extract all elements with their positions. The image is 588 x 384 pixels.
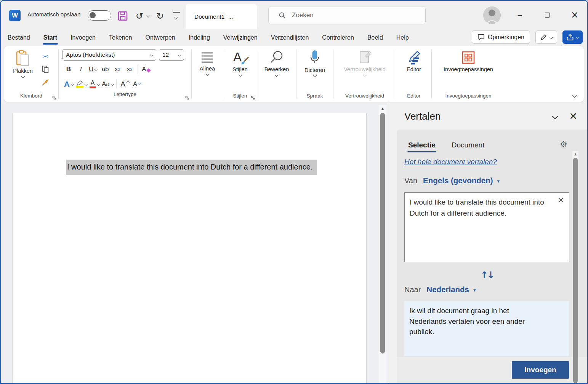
editor-group-label: Editor <box>396 92 431 102</box>
text-effects-button[interactable]: A <box>62 78 75 90</box>
scroll-up-icon[interactable]: ▲ <box>379 105 386 110</box>
save-button[interactable] <box>117 10 129 22</box>
tab-document-panel[interactable]: Document <box>452 141 485 152</box>
result-text-box: Ik wil dit document graag in het Nederla… <box>404 301 569 356</box>
copy-button[interactable] <box>38 64 53 75</box>
panel-collapse-chevron-icon[interactable] <box>552 114 558 120</box>
highlight-button[interactable] <box>75 78 88 90</box>
tab-selectie[interactable]: Selectie <box>408 141 436 152</box>
shrink-font-glyph: A <box>133 81 137 88</box>
word-logo-icon[interactable]: W <box>9 10 21 21</box>
from-language-dropdown-icon[interactable]: ▾ <box>497 177 500 184</box>
underline-glyph: U <box>89 66 93 73</box>
from-language-dropdown[interactable]: Engels (gevonden) <box>423 176 493 185</box>
document-scrollbar-thumb[interactable] <box>380 113 385 354</box>
search-input[interactable] <box>292 11 406 19</box>
maximize-button[interactable] <box>538 7 556 23</box>
subscript-button[interactable]: x2 <box>111 64 123 75</box>
search-box[interactable] <box>268 6 426 24</box>
paragraph-lines-icon <box>201 50 214 64</box>
dictate-button[interactable]: Dicteren <box>301 48 328 78</box>
styles-button[interactable]: A Stijlen <box>229 48 251 78</box>
stijlen-dialog-launcher-icon[interactable] <box>251 96 255 100</box>
tab-verwijzingen[interactable]: Verwijzingen <box>222 29 259 46</box>
to-language-dropdown[interactable]: Nederlands <box>426 285 469 294</box>
tab-invoegen[interactable]: Invoegen <box>69 29 97 46</box>
paste-button[interactable]: Plakken <box>10 48 36 79</box>
tab-controleren[interactable]: Controleren <box>320 29 356 46</box>
customize-chevron-icon <box>174 16 178 20</box>
underline-button[interactable]: U <box>87 64 99 75</box>
shrink-font-button[interactable]: A <box>131 78 143 90</box>
superscript-button[interactable]: x2 <box>123 64 136 75</box>
to-label: Naar <box>404 285 421 294</box>
paragraph-button[interactable]: Alinea <box>197 48 218 77</box>
change-case-button[interactable]: Aa <box>101 78 114 90</box>
tab-bestand[interactable]: Bestand <box>6 29 32 46</box>
toggle-knob <box>90 12 96 18</box>
undo-dropdown-icon[interactable] <box>146 14 150 18</box>
panel-scrollbar[interactable]: ▲ <box>572 151 578 384</box>
to-language-dropdown-icon[interactable]: ▾ <box>473 286 476 293</box>
italic-button[interactable]: I <box>75 64 87 75</box>
customize-bar-icon <box>173 12 180 13</box>
group-bewerken: Bewerken <box>257 46 296 102</box>
tab-verzendlijsten[interactable]: Verzendlijsten <box>269 29 311 46</box>
tab-beeld[interactable]: Beeld <box>366 29 385 46</box>
customize-toolbar-button[interactable] <box>173 12 180 21</box>
insert-button[interactable]: Invoegen <box>512 361 569 379</box>
search-icon <box>279 12 286 19</box>
comments-button[interactable]: Opmerkingen <box>472 30 530 44</box>
tab-indeling[interactable]: Indeling <box>187 29 211 46</box>
translate-panel: Vertalen × Selectie Document ⚙ Het hele … <box>388 103 587 384</box>
document-tab[interactable]: Document1 -... <box>186 4 257 29</box>
panel-scrollbar-thumb[interactable] <box>573 158 578 383</box>
lettertype-dialog-launcher-icon[interactable] <box>185 96 189 100</box>
share-icon <box>566 34 574 41</box>
grow-font-glyph: A <box>120 80 125 88</box>
collapse-ribbon-chevron-icon[interactable] <box>572 93 577 98</box>
cut-button[interactable]: ✂ <box>38 51 53 62</box>
clear-source-icon[interactable]: × <box>558 195 564 205</box>
avatar[interactable] <box>483 6 501 24</box>
editing-mode-button[interactable] <box>535 30 557 44</box>
panel-scroll-up-icon[interactable]: ▲ <box>572 151 578 156</box>
tab-help[interactable]: Help <box>395 29 410 46</box>
format-painter-button[interactable] <box>38 77 53 88</box>
swap-languages-button[interactable]: ↑↓ <box>404 270 569 280</box>
gear-icon[interactable]: ⚙ <box>560 139 567 149</box>
tab-ontwerpen[interactable]: Ontwerpen <box>144 29 177 46</box>
addins-button[interactable]: Invoegtoepassingen <box>441 48 496 74</box>
format-painter-icon <box>42 78 49 86</box>
save-icon <box>118 11 128 21</box>
eraser-icon <box>146 68 151 72</box>
font-size-select[interactable]: 12 <box>159 49 184 61</box>
editor-button[interactable]: Editor <box>403 48 425 74</box>
translate-whole-document-link[interactable]: Het hele document vertalen? <box>404 158 497 166</box>
clear-formatting-button[interactable]: A <box>140 64 152 75</box>
share-button[interactable] <box>562 30 583 44</box>
document-page[interactable]: I would like to translate this document … <box>12 113 367 384</box>
title-bar: W Automatisch opslaan ↺ ↻ Document1 -... <box>1 1 587 29</box>
strikethrough-button[interactable]: ab <box>99 64 111 75</box>
panel-close-icon[interactable]: × <box>569 110 578 122</box>
font-color-button[interactable]: A <box>88 78 101 90</box>
subscript-base: x <box>115 66 118 73</box>
share-chevron-icon <box>576 35 580 39</box>
font-name-select[interactable]: Aptos (Hoofdtekst) <box>62 49 156 61</box>
klembord-dialog-launcher-icon[interactable] <box>52 96 56 100</box>
grow-font-button[interactable]: A <box>119 78 131 90</box>
document-paragraph[interactable]: I would like to translate this document … <box>66 160 366 175</box>
minimize-button[interactable]: – <box>511 7 529 23</box>
tab-tekenen[interactable]: Tekenen <box>107 29 134 46</box>
tab-start[interactable]: Start <box>42 29 59 46</box>
autosave-toggle[interactable] <box>88 10 111 21</box>
document-scrollbar[interactable]: ▲ <box>379 105 386 384</box>
source-text-box[interactable]: I would like to translate this document … <box>404 192 569 262</box>
redo-button[interactable]: ↻ <box>154 10 166 22</box>
close-button[interactable]: × <box>566 7 584 23</box>
undo-button[interactable]: ↺ <box>133 10 146 22</box>
editing-button[interactable]: Bewerken <box>261 48 292 78</box>
bold-button[interactable]: B <box>62 64 75 75</box>
copy-icon <box>42 66 49 73</box>
